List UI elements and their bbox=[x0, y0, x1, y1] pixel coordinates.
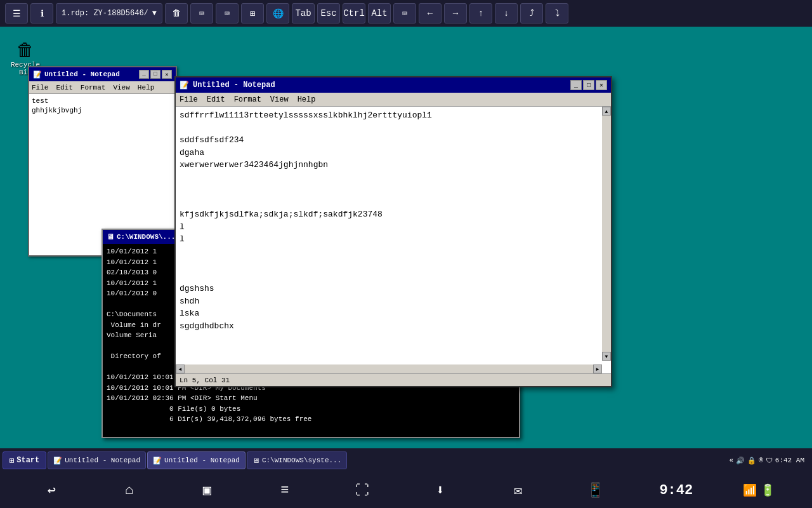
alt-label: Alt bbox=[371, 8, 387, 18]
page-up[interactable]: ⤴ bbox=[520, 3, 543, 23]
cmd-prompt: C:\Documents and Settings\admin>_ bbox=[107, 435, 515, 437]
recent-apps-button[interactable]: ▣ bbox=[193, 476, 221, 504]
delete-icon[interactable]: 🗑 bbox=[165, 3, 188, 23]
tab-label: Tab bbox=[295, 8, 311, 18]
notepad-bg-icon: 📝 bbox=[33, 70, 42, 79]
notepad-main-menubar: File Edit Format View Help bbox=[176, 93, 611, 107]
notepad-main-text-area[interactable]: sdffrrflw11113rtteetylsssssxsslkbhklhj2e… bbox=[176, 107, 611, 373]
taskbar-cmd-icon: 🖥 bbox=[252, 457, 259, 465]
taskbar-notepad-bg-icon: 📝 bbox=[53, 457, 62, 465]
notepad-main-menu-format[interactable]: Format bbox=[234, 95, 261, 104]
download-button[interactable]: ⬇ bbox=[426, 476, 454, 504]
notepad-bg-menubar: File Edit Format View Help bbox=[29, 81, 176, 94]
keyboard-icon-1[interactable]: ⌨ bbox=[190, 3, 213, 23]
notepad-bg-maximize[interactable]: □ bbox=[150, 70, 160, 79]
start-button[interactable]: ⊞ Start bbox=[3, 451, 46, 469]
taskbar-item-notepad-main[interactable]: 📝 Untitled - Notepad bbox=[147, 451, 246, 469]
notepad-main-menu-edit[interactable]: Edit bbox=[207, 95, 225, 104]
arrow-up[interactable]: ↑ bbox=[469, 3, 492, 23]
notepad-main-close[interactable]: ✕ bbox=[596, 80, 607, 90]
mail-button[interactable]: ✉ bbox=[504, 476, 532, 504]
scrollbar-v-track[interactable] bbox=[602, 116, 611, 352]
tray-reg-icon: ® bbox=[759, 457, 763, 464]
notepad-main-icon: 📝 bbox=[180, 81, 189, 90]
rdp-selector[interactable]: 1.rdp: ZY-188D5646/ ▼ bbox=[56, 3, 162, 23]
menu-icon[interactable]: ☰ bbox=[5, 3, 28, 23]
top-toolbar: ☰ ℹ 1.rdp: ZY-188D5646/ ▼ 🗑 ⌨ ⌨ ⊞ 🌐 Tab … bbox=[0, 0, 812, 27]
start-label: Start bbox=[16, 456, 39, 465]
notepad-vertical-scrollbar[interactable]: ▲ ▼ bbox=[602, 107, 611, 361]
scrollbar-down-arrow[interactable]: ▼ bbox=[602, 352, 611, 361]
cmd-icon: 🖥 bbox=[107, 232, 114, 242]
notepad-main-menu-view[interactable]: View bbox=[270, 95, 289, 104]
shortcut-icon[interactable]: ⌨ bbox=[393, 3, 416, 23]
keyboard-icon-2[interactable]: ⌨ bbox=[216, 3, 239, 23]
scrollbar-h-track[interactable] bbox=[185, 364, 593, 373]
notepad-bg-close[interactable]: ✕ bbox=[162, 70, 172, 79]
notepad-main-title: Untitled - Notepad bbox=[193, 81, 566, 90]
notepad-main-window[interactable]: 📝 Untitled - Notepad _ □ ✕ File Edit For… bbox=[174, 76, 612, 387]
keyboard-icon-3[interactable]: ⊞ bbox=[241, 3, 264, 23]
notepad-bg-menu-format[interactable]: Format bbox=[81, 84, 106, 91]
notepad-statusbar: Ln 5, Col 31 bbox=[176, 373, 611, 386]
wifi-icon: 📶 bbox=[743, 483, 757, 497]
notepad-bg-menu-file[interactable]: File bbox=[32, 84, 48, 91]
notepad-bg-menu-view[interactable]: View bbox=[113, 84, 129, 91]
arrow-right[interactable]: → bbox=[444, 3, 467, 23]
notepad-main-maximize[interactable]: □ bbox=[583, 80, 594, 90]
taskbar-tray: « 🔊 🔒 ® 🛡 6:42 AM bbox=[724, 457, 809, 465]
notepad-background-window[interactable]: 📝 Untitled - Notepad _ □ ✕ File Edit For… bbox=[28, 66, 177, 257]
taskbar-cmd-label: C:\WINDOWS\syste... bbox=[262, 457, 341, 464]
notepad-bg-title: Untitled - Notepad bbox=[44, 70, 136, 78]
rdp-label: 1.rdp: ZY-188D5646/ bbox=[62, 9, 148, 18]
home-button[interactable]: ⌂ bbox=[115, 476, 143, 504]
notepad-bg-menu-help[interactable]: Help bbox=[138, 84, 154, 91]
tab-key[interactable]: Tab bbox=[292, 3, 315, 23]
notepad-main-window-controls: _ □ ✕ bbox=[570, 80, 607, 90]
notepad-bg-line-2: ghhjkkjbvghj bbox=[32, 106, 173, 116]
cmd-line: 0 File(s) 0 bytes bbox=[107, 404, 515, 415]
notepad-bg-minimize[interactable]: _ bbox=[139, 70, 149, 79]
expand-button[interactable]: ⛶ bbox=[348, 476, 376, 504]
page-down[interactable]: ⤵ bbox=[546, 3, 568, 23]
esc-label: Esc bbox=[320, 8, 336, 18]
cmd-line: 6 Dir(s) 39,418,372,096 bytes free bbox=[107, 414, 515, 425]
notepad-main-titlebar[interactable]: 📝 Untitled - Notepad _ □ ✕ bbox=[176, 77, 611, 93]
bottom-navigation: ↩ ⌂ ▣ ≡ ⛶ ⬇ ✉ 📱 9:42 📶 🔋 bbox=[0, 472, 812, 508]
taskbar-notepad-main-label: Untitled - Notepad bbox=[164, 457, 240, 464]
tray-shield-icon[interactable]: 🛡 bbox=[766, 457, 773, 465]
tray-lock-icon[interactable]: 🔒 bbox=[747, 457, 756, 465]
arrow-down[interactable]: ↓ bbox=[495, 3, 518, 23]
battery-icon: 🔋 bbox=[761, 483, 775, 497]
notepad-status-text: Ln 5, Col 31 bbox=[180, 377, 230, 384]
tray-time: 6:42 AM bbox=[775, 457, 804, 464]
tray-speaker-icon[interactable]: 🔊 bbox=[736, 457, 745, 465]
notepad-main-minimize[interactable]: _ bbox=[570, 80, 582, 90]
scrollbar-left-arrow[interactable]: ◄ bbox=[176, 364, 185, 373]
clock: 9:42 bbox=[659, 483, 693, 498]
back-button[interactable]: ↩ bbox=[37, 476, 65, 504]
notepad-bg-menu-edit[interactable]: Edit bbox=[56, 84, 72, 91]
arrow-left[interactable]: ← bbox=[419, 3, 442, 23]
taskbar-item-notepad-bg[interactable]: 📝 Untitled - Notepad bbox=[48, 451, 146, 469]
scrollbar-right-arrow[interactable]: ► bbox=[593, 364, 602, 373]
phone-button[interactable]: 📱 bbox=[582, 476, 610, 504]
keyboard-icon-4[interactable]: 🌐 bbox=[266, 3, 289, 23]
notepad-horizontal-scrollbar[interactable]: ◄ ► bbox=[176, 364, 602, 373]
status-icons: 📶 🔋 bbox=[743, 483, 775, 497]
ctrl-key[interactable]: Ctrl bbox=[343, 3, 365, 23]
info-icon[interactable]: ℹ bbox=[30, 3, 53, 23]
notepad-bg-line-1: test bbox=[32, 97, 173, 106]
alt-key[interactable]: Alt bbox=[368, 3, 391, 23]
taskbar-item-cmd[interactable]: 🖥 C:\WINDOWS\syste... bbox=[247, 451, 347, 469]
notepad-main-menu-file[interactable]: File bbox=[180, 95, 198, 104]
dropdown-icon: ▼ bbox=[152, 9, 157, 18]
scrollbar-up-arrow[interactable]: ▲ bbox=[602, 107, 611, 116]
desktop: 🗑 Recycle Bin 📝 Untitled - Notepad _ □ ✕… bbox=[0, 27, 812, 478]
ctrl-label: Ctrl bbox=[343, 8, 365, 18]
esc-key[interactable]: Esc bbox=[317, 3, 340, 23]
start-icon: ⊞ bbox=[10, 456, 14, 465]
notepad-main-menu-help[interactable]: Help bbox=[298, 95, 316, 104]
menu-button[interactable]: ≡ bbox=[271, 476, 299, 504]
notepad-bg-titlebar[interactable]: 📝 Untitled - Notepad _ □ ✕ bbox=[29, 67, 176, 81]
